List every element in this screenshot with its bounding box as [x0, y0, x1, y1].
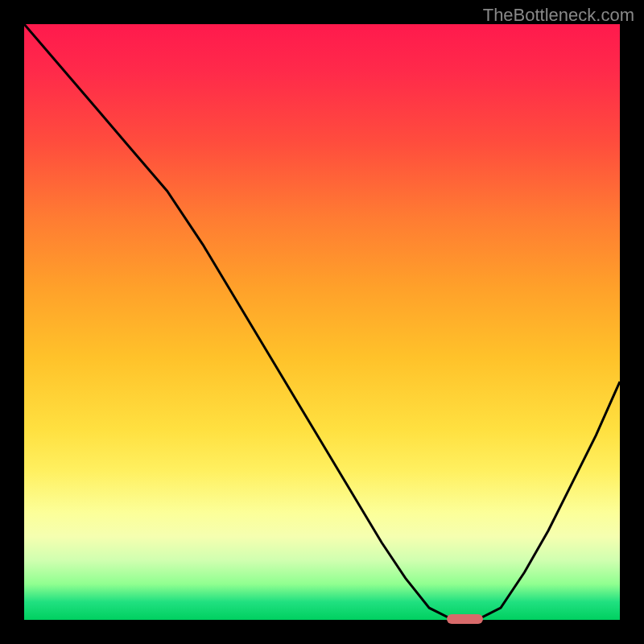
watermark-text: TheBottleneck.com [483, 5, 634, 26]
chart-plot-area [24, 24, 620, 620]
bottleneck-curve [24, 24, 620, 620]
optimal-range-marker [447, 614, 482, 624]
